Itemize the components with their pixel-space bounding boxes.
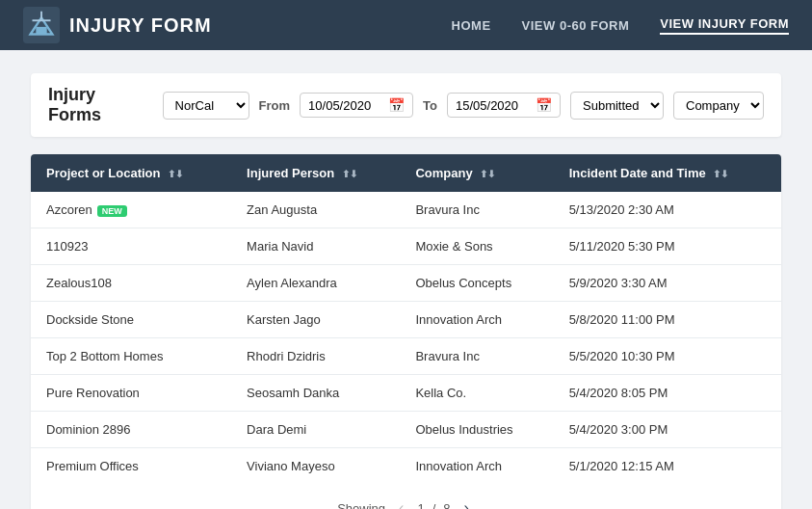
cell-injured-person: Rhodri Dzidris bbox=[231, 338, 400, 375]
to-calendar-icon[interactable]: 📅 bbox=[536, 97, 552, 113]
table-row[interactable]: Zealous108Aylen AlexandraObelus Concepts… bbox=[31, 265, 781, 302]
next-page-button[interactable]: › bbox=[458, 497, 474, 509]
from-date-input[interactable]: 📅 bbox=[300, 93, 413, 118]
cell-company: Innovation Arch bbox=[400, 448, 553, 485]
page-separator: / bbox=[432, 501, 436, 510]
to-label: To bbox=[423, 98, 437, 113]
cell-company: Innovation Arch bbox=[400, 302, 553, 338]
cell-company: Obelus Industries bbox=[400, 412, 553, 448]
table-row[interactable]: Dockside StoneKarsten JagoInnovation Arc… bbox=[31, 302, 781, 338]
svg-rect-2 bbox=[36, 27, 46, 35]
cell-company: Obelus Concepts bbox=[400, 265, 553, 302]
cell-incident-date: 5/11/2020 5:30 PM bbox=[554, 228, 781, 265]
table-header-row: Project or Location ⬆⬇ Injured Person ⬆⬇… bbox=[31, 154, 781, 192]
col-injured-person[interactable]: Injured Person ⬆⬇ bbox=[231, 154, 400, 192]
cell-company: Bravura Inc bbox=[400, 338, 553, 375]
status-select[interactable]: Submitted bbox=[570, 92, 664, 120]
col-incident-date[interactable]: Incident Date and Time ⬆⬇ bbox=[554, 154, 781, 192]
cell-injured-person: Aylen Alexandra bbox=[231, 265, 400, 302]
cell-project: Zealous108 bbox=[31, 265, 231, 302]
cell-injured-person: Maria Navid bbox=[231, 228, 400, 265]
new-badge: NEW bbox=[97, 205, 127, 217]
cell-project: 110923 bbox=[31, 228, 231, 265]
cell-incident-date: 5/5/2020 10:30 PM bbox=[554, 338, 781, 375]
page-total: 8 bbox=[443, 501, 450, 510]
sort-date-icon: ⬆⬇ bbox=[713, 169, 728, 179]
table-row[interactable]: Pure RenovationSeosamh DankaKella Co.5/4… bbox=[31, 375, 781, 412]
from-label: From bbox=[259, 98, 291, 113]
nav-home[interactable]: HOME bbox=[452, 18, 491, 33]
cell-injured-person: Dara Demi bbox=[231, 412, 400, 448]
cell-company: Kella Co. bbox=[400, 375, 553, 412]
to-date-field[interactable] bbox=[456, 98, 531, 113]
pagination: Showing ‹ 1 / 8 › bbox=[31, 484, 781, 509]
app-title: INJURY FORM bbox=[69, 14, 212, 37]
region-select[interactable]: NorCal bbox=[163, 92, 249, 120]
main-nav: HOME VIEW 0-60 FORM VIEW INJURY FORM bbox=[452, 16, 789, 35]
table-row[interactable]: Dominion 2896Dara DemiObelus Industries5… bbox=[31, 412, 781, 448]
logo-icon bbox=[23, 7, 60, 43]
cell-project: AzcorenNEW bbox=[31, 192, 231, 228]
showing-label: Showing bbox=[337, 501, 385, 510]
cell-injured-person: Karsten Jago bbox=[231, 302, 400, 338]
prev-page-button[interactable]: ‹ bbox=[393, 497, 409, 509]
cell-project: Top 2 Bottom Homes bbox=[31, 338, 231, 375]
table-row[interactable]: Premium OfficesViviano MayesoInnovation … bbox=[31, 448, 781, 485]
cell-injured-person: Zan Augusta bbox=[231, 192, 400, 228]
logo-area: INJURY FORM bbox=[23, 7, 452, 43]
filter-bar: Injury Forms NorCal From 📅 To 📅 Submitte… bbox=[31, 73, 781, 137]
header: INJURY FORM HOME VIEW 0-60 FORM VIEW INJ… bbox=[0, 0, 812, 50]
main-content: Injury Forms NorCal From 📅 To 📅 Submitte… bbox=[0, 50, 812, 509]
cell-project: Dockside Stone bbox=[31, 302, 231, 338]
col-project[interactable]: Project or Location ⬆⬇ bbox=[31, 154, 231, 192]
svg-rect-3 bbox=[33, 19, 51, 21]
cell-project: Dominion 2896 bbox=[31, 412, 231, 448]
sort-company-icon: ⬆⬇ bbox=[480, 169, 495, 179]
sort-injured-icon: ⬆⬇ bbox=[342, 169, 357, 179]
sort-project-icon: ⬆⬇ bbox=[168, 169, 183, 179]
cell-incident-date: 5/9/2020 3:30 AM bbox=[554, 265, 781, 302]
cell-company: Moxie & Sons bbox=[400, 228, 553, 265]
cell-company: Bravura Inc bbox=[400, 192, 553, 228]
cell-project: Premium Offices bbox=[31, 448, 231, 485]
cell-incident-date: 5/4/2020 8:05 PM bbox=[554, 375, 781, 412]
table-row[interactable]: AzcorenNEWZan AugustaBravura Inc5/13/202… bbox=[31, 192, 781, 228]
company-select[interactable]: Company bbox=[673, 92, 764, 120]
nav-view-injury[interactable]: VIEW INJURY FORM bbox=[660, 16, 789, 35]
cell-project: Pure Renovation bbox=[31, 375, 231, 412]
nav-view-0-60[interactable]: VIEW 0-60 FORM bbox=[522, 18, 630, 33]
page-current: 1 bbox=[417, 501, 424, 510]
from-calendar-icon[interactable]: 📅 bbox=[388, 97, 405, 113]
table-row[interactable]: 110923Maria NavidMoxie & Sons5/11/2020 5… bbox=[31, 228, 781, 265]
col-company[interactable]: Company ⬆⬇ bbox=[400, 154, 553, 192]
to-date-input[interactable]: 📅 bbox=[447, 93, 561, 118]
table-row[interactable]: Top 2 Bottom HomesRhodri DzidrisBravura … bbox=[31, 338, 781, 375]
cell-incident-date: 5/13/2020 2:30 AM bbox=[554, 192, 781, 228]
from-date-field[interactable] bbox=[308, 98, 383, 113]
cell-injured-person: Seosamh Danka bbox=[231, 375, 400, 412]
cell-incident-date: 5/4/2020 3:00 PM bbox=[554, 412, 781, 448]
data-table: Project or Location ⬆⬇ Injured Person ⬆⬇… bbox=[31, 154, 781, 509]
cell-incident-date: 5/1/2020 12:15 AM bbox=[554, 448, 781, 485]
cell-injured-person: Viviano Mayeso bbox=[231, 448, 400, 485]
page-title: Injury Forms bbox=[48, 85, 153, 125]
cell-incident-date: 5/8/2020 11:00 PM bbox=[554, 302, 781, 338]
